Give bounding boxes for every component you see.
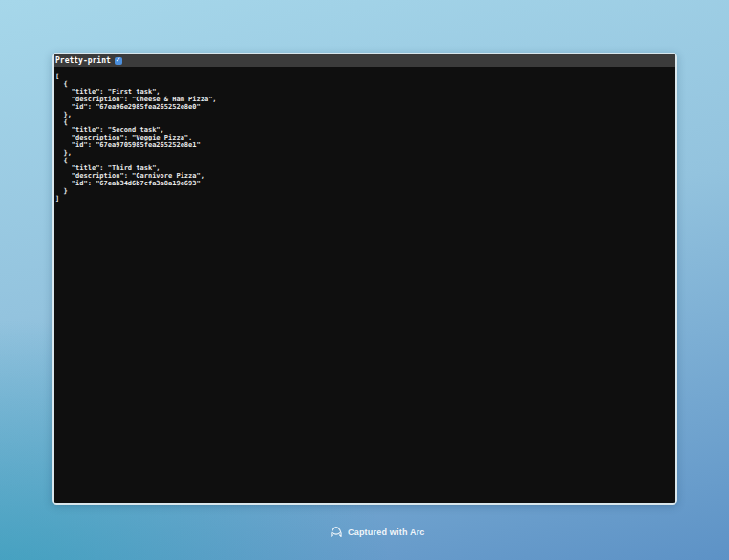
json-response-window: Pretty-print ✓ [ { "title": "First task"…: [52, 53, 677, 505]
checkmark-icon: ✓: [116, 57, 121, 64]
captured-with-arc-badge: Captured with Arc: [330, 526, 425, 538]
pretty-print-checkbox[interactable]: ✓: [115, 57, 122, 65]
captured-caption: Captured with Arc: [348, 528, 425, 537]
pretty-print-toolbar: Pretty-print ✓: [54, 54, 675, 67]
json-content: [ { "title": "First task", "description"…: [54, 67, 675, 205]
pretty-print-label: Pretty-print: [55, 54, 111, 67]
arc-logo-icon: [330, 526, 343, 538]
desktop-background: Pretty-print ✓ [ { "title": "First task"…: [0, 0, 729, 560]
